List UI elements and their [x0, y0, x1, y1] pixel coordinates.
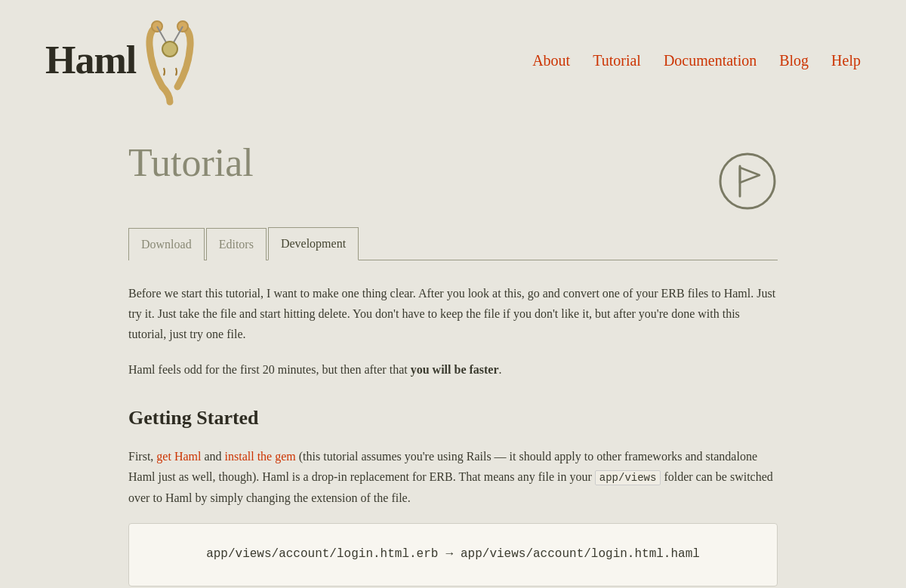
install-gem-link[interactable]: install the gem	[225, 450, 296, 463]
nav-help[interactable]: Help	[831, 48, 861, 72]
intro-paragraph: Before we start this tutorial, I want to…	[128, 283, 778, 345]
logo-text[interactable]: Haml	[45, 29, 136, 91]
page-title: Tutorial	[128, 143, 254, 183]
inline-code-appviews: app/views	[595, 470, 661, 485]
main-content: Tutorial Download Editors Development Be…	[83, 143, 823, 586]
tab-development[interactable]: Development	[268, 227, 359, 260]
nav-tutorial[interactable]: Tutorial	[593, 48, 641, 72]
getting-started-paragraph: First, get Haml and install the gem (thi…	[128, 446, 778, 508]
page-header: Tutorial	[128, 143, 778, 211]
svg-point-4	[162, 42, 177, 57]
speed-bold: you will be faster	[411, 363, 499, 376]
nav-documentation[interactable]: Documentation	[664, 48, 757, 72]
intro-section: Before we start this tutorial, I want to…	[128, 283, 778, 380]
code-after: app/views/account/login.html.haml	[461, 547, 700, 561]
code-before: app/views/account/login.html.erb	[206, 547, 438, 561]
svg-point-5	[720, 154, 775, 208]
getting-started-section: Getting Started First, get Haml and inst…	[128, 402, 778, 586]
logo-slingshot-icon	[136, 15, 211, 106]
speed-suffix: .	[499, 363, 502, 376]
intro-text-content: Before we start this tutorial, I want to…	[128, 287, 775, 340]
code-arrow: →	[445, 547, 453, 561]
nav-about[interactable]: About	[532, 48, 570, 72]
logo-area: Haml	[45, 15, 211, 106]
get-haml-link[interactable]: get Haml	[156, 450, 201, 463]
nav-blog[interactable]: Blog	[779, 48, 809, 72]
tab-editors[interactable]: Editors	[206, 228, 267, 260]
gs-and: and	[201, 450, 224, 463]
speed-paragraph: Haml feels odd for the first 20 minutes,…	[128, 359, 778, 380]
main-nav: About Tutorial Documentation Blog Help	[532, 48, 861, 72]
flag-icon	[717, 151, 778, 211]
tab-bar: Download Editors Development	[128, 226, 778, 260]
site-header: Haml About T	[0, 0, 906, 113]
tab-download[interactable]: Download	[128, 228, 205, 260]
speed-prefix: Haml feels odd for the first 20 minutes,…	[128, 363, 411, 376]
getting-started-heading: Getting Started	[128, 402, 778, 434]
gs-prefix: First,	[128, 450, 156, 463]
code-block: app/views/account/login.html.erb→app/vie…	[128, 523, 778, 586]
